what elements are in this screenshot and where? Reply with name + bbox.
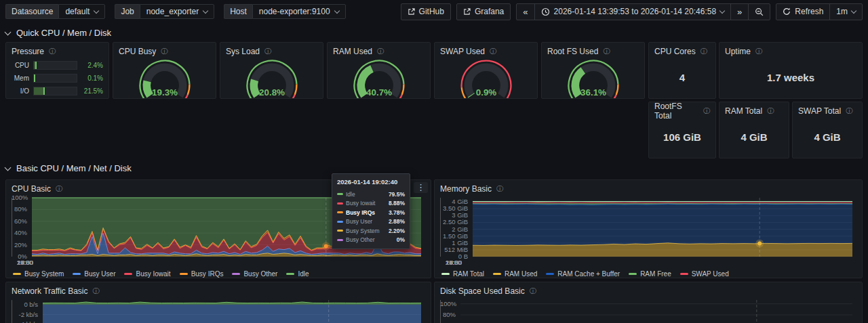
network-traffic-panel: Network Traffic Basicⓘ 0 b/s-2 kb/s-4 kb… [5,282,431,323]
rootfs-used-gauge: 36.1% [542,58,644,99]
legend-item[interactable]: Busy User [73,270,115,278]
panel-title: RAM Used [333,47,372,56]
info-icon[interactable]: ⓘ [56,186,62,192]
info-icon[interactable]: ⓘ [530,288,536,295]
legend-color-dash [546,273,554,275]
time-range-forward-button[interactable]: » [730,3,749,20]
tooltip-series-dash [337,193,343,195]
legend-item[interactable]: Idle [286,270,309,278]
tooltip-series-dash [337,230,343,232]
info-icon[interactable]: ⓘ [161,48,167,55]
legend-item[interactable]: RAM Used [493,270,537,278]
legend-color-dash [493,273,501,275]
svg-text:19.3%: 19.3% [152,87,178,98]
time-range-picker[interactable]: 2026-01-14 13:39:53 to 2026-01-14 20:46:… [534,3,732,20]
legend-color-dash [232,273,240,275]
refresh-icon [783,7,791,16]
legend-label: RAM Cache + Buffer [557,270,620,278]
info-icon[interactable]: ⓘ [490,48,496,55]
info-icon[interactable]: ⓘ [846,108,852,114]
row-header-quick[interactable]: Quick CPU / Mem / Disk [0,23,868,41]
sys-load-gauge: 20.8% [220,58,323,99]
panel-menu-icon[interactable]: ⋮ [414,182,428,193]
legend-color-dash [180,273,188,275]
chevron-down-icon [94,7,99,13]
panel-title: CPU Basic [12,184,51,194]
tooltip-row: Busy System2.20% [337,226,405,236]
tooltip-series-value: 79.5% [389,191,405,198]
refresh-button[interactable]: Refresh [776,3,830,20]
cpu-busy-gauge: 19.3% [113,58,216,99]
legend-item[interactable]: RAM Total [441,270,484,278]
legend-item[interactable]: RAM Cache + Buffer [546,270,620,278]
legend-label: RAM Free [640,270,671,278]
github-link-button[interactable]: GitHub [401,3,451,20]
zoom-out-icon [755,7,764,16]
tooltip-row: Busy Iowait8.88% [337,199,405,209]
pressure-row: CPU2.4% [6,60,108,70]
chevron-down-icon [851,7,856,13]
legend-label: Idle [298,270,309,278]
legend-item[interactable]: Busy System [13,270,64,278]
info-icon[interactable]: ⓘ [701,48,707,55]
zoom-out-button[interactable] [748,3,770,20]
net-plot-area[interactable] [12,297,425,323]
network-traffic-chart[interactable]: 0 b/s-2 kb/s-4 kb/s-6 kb/s-8 kb/s-10 kb/… [12,297,425,323]
gauge-viz: 36.1% [545,58,642,99]
info-icon[interactable]: ⓘ [703,108,710,114]
y-axis-label: 0 b/s [12,301,38,308]
legend-color-dash [73,273,81,275]
info-icon[interactable]: ⓘ [755,48,762,55]
disk-plot-area[interactable] [440,297,856,323]
memory-basic-panel: Memory Basicⓘ 0 B512 MiB1 GiB1.50 GiB2 G… [434,179,863,278]
info-icon[interactable]: ⓘ [92,288,99,295]
legend-label: SWAP Used [692,270,729,278]
host-select[interactable]: node-exporter:9100 [252,4,346,19]
datasource-select[interactable]: default [58,4,105,19]
info-icon[interactable]: ⓘ [377,48,384,55]
info-icon[interactable]: ⓘ [603,48,610,55]
refresh-interval-select[interactable]: 1m [829,3,863,20]
pressure-label: Mem [12,74,29,82]
panel-title: Memory Basic [440,184,492,194]
tooltip-series-dash [337,239,343,241]
row-header-basic[interactable]: Basic CPU / Mem / Net / Disk [0,158,868,176]
cpu-basic-legend: Busy SystemBusy UserBusy IowaitBusy IRQs… [6,267,431,278]
time-range-back-button[interactable]: « [516,3,534,20]
pressure-value: 0.1% [81,74,103,82]
legend-item[interactable]: SWAP Used [680,270,729,278]
legend-item[interactable]: Busy Iowait [124,270,170,278]
tooltip-series-dash [337,211,343,213]
legend-color-dash [441,273,450,275]
legend-item[interactable]: RAM Free [629,270,671,278]
legend-item[interactable]: Busy IRQs [180,270,224,278]
disk-space-chart[interactable]: 0%20%40%60%80%100%14:0014:3015:0015:3016… [440,297,856,323]
tooltip-series-dash [337,221,343,223]
pressure-panel: Pressureⓘ CPU2.4%Mem0.1%I/O21.5% [5,42,109,99]
panel-title: Pressure [12,47,44,56]
tooltip-series-label: Busy System [346,228,380,234]
clock-icon [541,7,550,16]
grafana-link-button[interactable]: Grafana [456,3,511,20]
mem-plot-area[interactable] [440,195,856,267]
swap-total-stat-panel: SWAP Totalⓘ 4 GiB [792,102,863,158]
legend-color-dash [124,273,132,275]
info-icon[interactable]: ⓘ [49,48,56,55]
info-icon[interactable]: ⓘ [496,186,503,192]
tooltip-row: Busy User2.88% [337,217,405,227]
chevron-down-icon [334,7,339,13]
stat-value: 4 GiB [793,117,862,156]
basic-row-top: CPU Basicⓘ ⋮ 0%20%40%60%80%100%14:0014:3… [5,179,863,278]
stat-value: 106 GiB [649,117,715,156]
y-axis-label: 40% [12,230,27,236]
legend-item[interactable]: Busy Other [232,270,277,278]
y-axis-label: 512 MiB [440,246,468,253]
pressure-value: 21.5% [81,87,103,95]
job-select[interactable]: node_exporter [140,4,214,19]
tooltip-row: Idle79.5% [337,190,405,199]
info-icon[interactable]: ⓘ [264,48,271,55]
memory-basic-chart[interactable]: 0 B512 MiB1 GiB1.50 GiB2 GiB2.50 GiB3 Gi… [440,195,856,267]
info-icon[interactable]: ⓘ [767,108,774,114]
chevron-down-icon [719,7,725,13]
external-link-icon [463,8,471,16]
